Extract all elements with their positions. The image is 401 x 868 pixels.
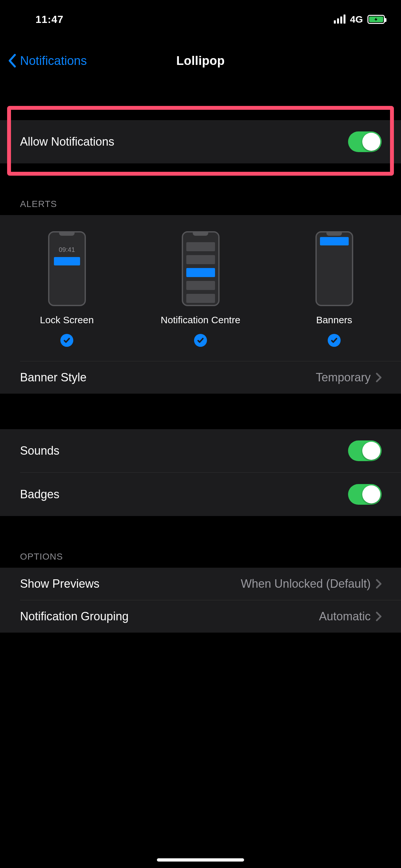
lock-screen-label: Lock Screen: [40, 314, 94, 326]
alert-option-banners[interactable]: Banners: [267, 231, 401, 347]
nav-title: Lollipop: [0, 54, 401, 68]
alert-option-notification-centre[interactable]: Notification Centre: [134, 231, 267, 347]
cellular-label: 4G: [350, 14, 363, 25]
notification-centre-preview-icon: [182, 231, 220, 306]
allow-notifications-toggle[interactable]: [348, 131, 382, 152]
banner-style-row[interactable]: Banner Style Temporary: [0, 361, 401, 394]
lock-screen-preview-icon: 09:41: [48, 231, 86, 306]
banner-style-value: Temporary: [316, 371, 371, 384]
banners-preview-icon: [315, 231, 353, 306]
allow-notifications-label: Allow Notifications: [20, 135, 114, 149]
battery-icon: [367, 15, 385, 24]
sounds-toggle[interactable]: [348, 440, 382, 461]
home-indicator[interactable]: [157, 858, 244, 862]
status-bar: 11:47 4G: [0, 0, 401, 39]
charging-bolt-icon: [374, 16, 378, 23]
options-group: Show Previews When Unlocked (Default) No…: [0, 568, 401, 632]
sounds-row[interactable]: Sounds: [0, 429, 401, 472]
alerts-group: 09:41 Lock Screen Notificatio: [0, 215, 401, 394]
badges-row[interactable]: Badges: [0, 473, 401, 516]
cellular-signal-icon: [334, 15, 345, 24]
alert-option-lock-screen[interactable]: 09:41 Lock Screen: [0, 231, 134, 347]
allow-notifications-group: Allow Notifications: [0, 120, 401, 163]
badges-label: Badges: [20, 488, 59, 501]
options-header: OPTIONS: [0, 552, 401, 568]
banners-checkmark-icon: [328, 334, 341, 347]
lock-screen-checkmark-icon: [60, 334, 73, 347]
status-time: 11:47: [35, 13, 64, 26]
show-previews-value: When Unlocked (Default): [241, 577, 371, 591]
notification-grouping-value: Automatic: [319, 610, 371, 623]
notification-centre-checkmark-icon: [194, 334, 207, 347]
show-previews-label: Show Previews: [20, 577, 99, 591]
alerts-header: ALERTS: [0, 199, 401, 215]
allow-notifications-row[interactable]: Allow Notifications: [0, 120, 401, 163]
chevron-right-icon: [376, 612, 382, 621]
banner-style-label: Banner Style: [20, 371, 87, 384]
notification-centre-label: Notification Centre: [161, 314, 241, 326]
chevron-right-icon: [376, 579, 382, 589]
badges-toggle[interactable]: [348, 484, 382, 505]
banners-label: Banners: [316, 314, 352, 326]
sounds-label: Sounds: [20, 444, 59, 458]
status-indicators: 4G: [334, 14, 385, 25]
notification-grouping-label: Notification Grouping: [20, 610, 128, 623]
notification-grouping-row[interactable]: Notification Grouping Automatic: [0, 600, 401, 632]
alert-styles-row: 09:41 Lock Screen Notificatio: [0, 215, 401, 361]
nav-bar: Notifications Lollipop: [0, 43, 401, 79]
show-previews-row[interactable]: Show Previews When Unlocked (Default): [0, 568, 401, 600]
sounds-badges-group: Sounds Badges: [0, 429, 401, 516]
chevron-right-icon: [376, 373, 382, 382]
